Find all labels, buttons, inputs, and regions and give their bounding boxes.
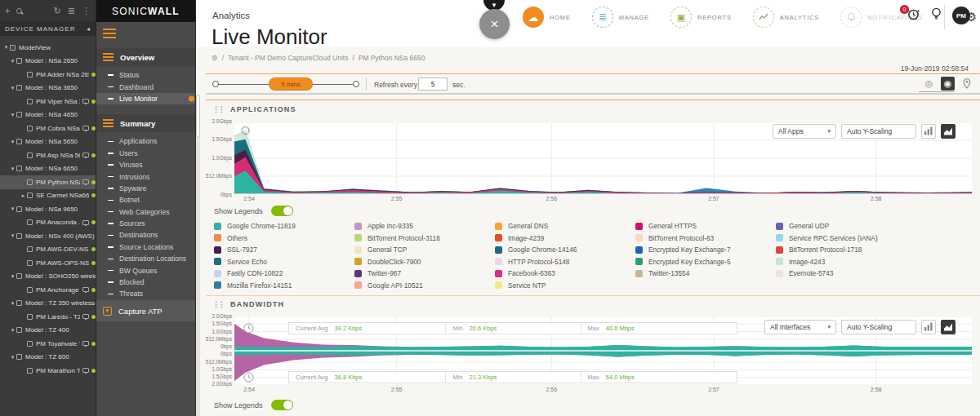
tree-item[interactable]: ▾ Model : NSa 2650 bbox=[0, 55, 96, 69]
device-checkbox-icon[interactable] bbox=[27, 126, 33, 131]
nav-item[interactable]: Destination Locations bbox=[96, 253, 195, 264]
legend-item[interactable]: General DNS bbox=[495, 220, 635, 232]
area-chart-button[interactable] bbox=[941, 124, 956, 139]
menu-icon[interactable] bbox=[103, 29, 116, 38]
tree-item[interactable]: ▾ ModelView bbox=[0, 41, 96, 55]
legend-item[interactable]: Others bbox=[214, 232, 354, 245]
legend-item[interactable]: Service Echo bbox=[214, 256, 354, 268]
legend-item[interactable]: Encrypted Key Exchange-7 bbox=[635, 244, 776, 256]
collapse-panel-icon[interactable]: ◂ bbox=[87, 25, 91, 33]
legend-item[interactable]: Google API-10521 bbox=[354, 280, 495, 292]
refresh-interval-input[interactable] bbox=[418, 77, 448, 91]
legend-item[interactable]: Service RPC Services (IANA) bbox=[776, 232, 916, 245]
tree-item[interactable]: ▾ Model : SOHO250 wirele... bbox=[0, 270, 96, 284]
legend-item[interactable]: HTTP Protocol-5148 bbox=[495, 256, 635, 268]
nav-item[interactable]: Web Categories bbox=[96, 206, 195, 218]
tree-item[interactable]: ▾ Model : NSa 4650 bbox=[0, 108, 96, 122]
tree-item[interactable]: ▾ Model : NSv 400 (AWS) bbox=[0, 229, 96, 243]
device-manager-header[interactable]: DEVICE MANAGER ◂ bbox=[0, 21, 96, 36]
device-checkbox-icon[interactable] bbox=[27, 179, 33, 185]
nav-item[interactable]: Live Monitor bbox=[96, 93, 195, 104]
device-checkbox-icon[interactable] bbox=[16, 206, 22, 212]
nav-item[interactable]: Blocked bbox=[96, 277, 195, 288]
show-legends-toggle[interactable] bbox=[271, 206, 293, 216]
tree-caret-icon[interactable]: ▾ bbox=[9, 112, 16, 118]
nav-item[interactable]: Source Locations bbox=[96, 241, 195, 253]
nav-item[interactable]: Intrusions bbox=[96, 170, 195, 182]
bar-chart-button[interactable] bbox=[921, 320, 936, 334]
device-checkbox-icon[interactable] bbox=[16, 112, 22, 117]
legend-item[interactable]: Mozilla Firefox-14151 bbox=[214, 280, 354, 292]
tree-item[interactable]: ▸ SE Carmel NSa6650 bbox=[0, 189, 96, 203]
tree-caret-icon[interactable]: ▾ bbox=[9, 166, 16, 172]
device-checkbox-icon[interactable] bbox=[10, 45, 16, 51]
device-checkbox-icon[interactable] bbox=[16, 139, 22, 144]
nav-item[interactable]: Applications bbox=[96, 135, 195, 147]
bw-yscaling-select[interactable]: Auto Y-Scaling bbox=[841, 320, 916, 334]
nav-item[interactable]: Destinations bbox=[96, 229, 195, 241]
device-checkbox-icon[interactable] bbox=[27, 341, 33, 347]
device-checkbox-icon[interactable] bbox=[16, 85, 22, 91]
tree-item[interactable]: PM Toyahvale T... bbox=[0, 337, 96, 351]
tree-caret-icon[interactable]: ▾ bbox=[9, 206, 16, 212]
nav-item[interactable]: Viruses bbox=[96, 159, 195, 170]
device-checkbox-icon[interactable] bbox=[27, 260, 33, 266]
tree-item[interactable]: PM AWS-OPS-NS... bbox=[0, 256, 96, 270]
tree-item[interactable]: PM Marathon T... bbox=[0, 364, 96, 378]
tree-item[interactable]: ▾ Model : TZ 350 wireless-... bbox=[0, 297, 96, 311]
tree-item[interactable]: ▾ Model : NSa 9650 bbox=[0, 202, 96, 216]
tree-caret-icon[interactable]: ▾ bbox=[9, 273, 16, 280]
nav-reports[interactable]: ▣ REPORTS bbox=[670, 7, 732, 28]
legend-item[interactable]: Image-4243 bbox=[776, 256, 916, 268]
nav-item[interactable]: BW Queues bbox=[96, 264, 195, 276]
close-widget-icon[interactable]: × bbox=[479, 9, 510, 39]
device-checkbox-icon[interactable] bbox=[27, 314, 33, 320]
legend-item[interactable]: SSL-7927 bbox=[214, 244, 354, 256]
tree-item[interactable]: PM Anaconda ... bbox=[0, 216, 96, 230]
tree-caret-icon[interactable]: ▾ bbox=[9, 300, 16, 307]
alarm-clock-icon[interactable]: 0 bbox=[906, 7, 920, 24]
legend-item[interactable]: Facebook-6363 bbox=[495, 268, 635, 280]
nav-item[interactable]: Status bbox=[96, 69, 195, 81]
tree-item[interactable]: ▾ Model : NSa 3650 bbox=[0, 82, 96, 95]
device-checkbox-icon[interactable] bbox=[16, 166, 22, 171]
legend-item[interactable]: Twitter-13554 bbox=[635, 268, 776, 280]
legend-item[interactable]: BitTorrent Protocol-1718 bbox=[776, 244, 916, 256]
nav-item[interactable]: Sources bbox=[96, 218, 195, 229]
device-checkbox-icon[interactable] bbox=[16, 354, 22, 360]
area-chart-button[interactable] bbox=[941, 320, 956, 334]
nav-summary[interactable]: Summary bbox=[96, 114, 195, 132]
tree-caret-icon[interactable]: ▾ bbox=[9, 327, 16, 334]
legend-item[interactable]: General HTTPS bbox=[635, 220, 776, 232]
legend-item[interactable]: Fastly CDN-10822 bbox=[214, 268, 354, 280]
tree-item[interactable]: PM Adder NSa 2650 bbox=[0, 68, 96, 82]
nav-overview[interactable]: Overview bbox=[96, 48, 195, 66]
device-checkbox-icon[interactable] bbox=[16, 58, 22, 64]
legend-item[interactable]: BitTorrent Protocol-3116 bbox=[354, 232, 495, 245]
slider-end-handle[interactable] bbox=[353, 81, 359, 87]
legend-item[interactable]: BitTorrent Protocol-63 bbox=[635, 232, 776, 245]
legend-item[interactable]: Twitter-967 bbox=[354, 268, 495, 280]
bar-chart-button[interactable] bbox=[921, 124, 936, 139]
interfaces-filter-select[interactable]: All Interfaces ▾ bbox=[764, 320, 836, 334]
device-checkbox-icon[interactable] bbox=[27, 219, 33, 225]
nav-item[interactable]: Dashboard bbox=[96, 81, 195, 92]
search-icon[interactable] bbox=[16, 8, 22, 14]
nav-item[interactable]: Threats bbox=[96, 288, 195, 299]
tree-item[interactable]: ▾ Model : TZ 400 bbox=[0, 324, 96, 338]
avatar[interactable]: PM bbox=[952, 7, 970, 24]
kebab-menu-icon[interactable]: ⋮ bbox=[82, 7, 91, 15]
nav-home[interactable]: ☁ HOME bbox=[523, 7, 571, 28]
tree-item[interactable]: PM Python NSa... bbox=[0, 175, 96, 189]
list-view-icon[interactable]: ≣ bbox=[68, 7, 75, 15]
legend-item[interactable]: Evernote-5743 bbox=[776, 268, 916, 280]
nav-capture-atp[interactable]: Capture ATP bbox=[96, 300, 195, 321]
slider-start-handle[interactable] bbox=[212, 81, 219, 87]
tree-caret-icon[interactable]: ▾ bbox=[9, 139, 16, 145]
device-checkbox-icon[interactable] bbox=[27, 368, 33, 374]
time-window-slider[interactable]: 5 mins bbox=[212, 75, 359, 93]
refresh-icon[interactable]: ↻ bbox=[54, 7, 61, 15]
nav-item[interactable]: Botnet bbox=[96, 194, 195, 206]
tree-item[interactable]: PM Viper NSa 3... bbox=[0, 95, 96, 108]
tree-caret-icon[interactable]: ▾ bbox=[9, 85, 16, 91]
